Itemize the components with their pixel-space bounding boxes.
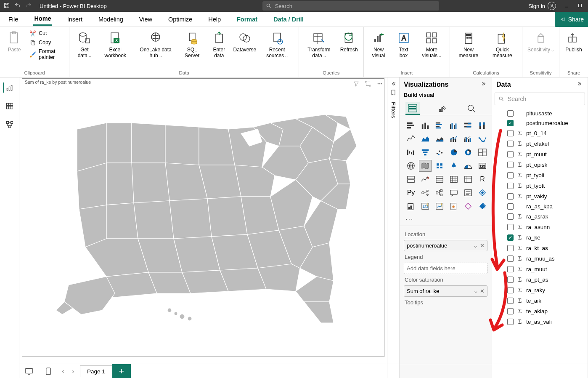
- get-more-visuals-icon[interactable]: [476, 200, 489, 212]
- pie-icon[interactable]: [448, 146, 460, 158]
- field-checkbox[interactable]: [507, 308, 514, 314]
- cut-button[interactable]: ✂️Cut: [28, 29, 66, 37]
- stacked-area-icon[interactable]: [433, 133, 446, 145]
- qa-visual-icon[interactable]: [448, 187, 460, 199]
- new-measure-button[interactable]: New measure: [453, 29, 484, 59]
- field-row-ra_as_kpa[interactable]: ra_as_kpa: [506, 202, 588, 211]
- tab-home[interactable]: Home: [33, 13, 52, 26]
- field-checkbox[interactable]: [507, 141, 514, 147]
- tab-file[interactable]: File: [8, 13, 19, 25]
- field-row-te_aik[interactable]: Σte_aik: [506, 295, 588, 306]
- field-checkbox[interactable]: [507, 245, 514, 251]
- field-row-ra_ke[interactable]: Σra_ke: [506, 232, 588, 243]
- r-visual-icon[interactable]: R: [476, 173, 489, 185]
- onelake-button[interactable]: OneLake data hub: [135, 29, 177, 59]
- analytics-tab[interactable]: [464, 102, 479, 115]
- field-checkbox[interactable]: [507, 193, 514, 200]
- enter-data-button[interactable]: Enter data: [207, 29, 230, 59]
- filters-pane-collapsed[interactable]: Filters: [387, 77, 400, 378]
- table-icon[interactable]: [448, 173, 460, 185]
- field-checkbox[interactable]: [507, 234, 514, 241]
- field-row-ra_kt_as[interactable]: Σra_kt_as: [506, 243, 588, 253]
- ribbon-chart-icon[interactable]: [476, 133, 489, 145]
- waterfall-icon[interactable]: [405, 146, 417, 158]
- area-chart-icon[interactable]: [419, 133, 432, 145]
- line-stacked-column-icon[interactable]: [448, 133, 460, 145]
- field-row-pt_tyott[interactable]: Σpt_tyott: [506, 181, 588, 191]
- sign-in-button[interactable]: Sign in: [528, 2, 556, 10]
- filter-icon[interactable]: [353, 80, 360, 89]
- tab-format[interactable]: Format: [236, 13, 258, 25]
- card-icon[interactable]: 123: [476, 160, 489, 172]
- app-source-icon[interactable]: [448, 200, 460, 212]
- matrix-icon[interactable]: [462, 173, 474, 185]
- excel-workbook-button[interactable]: XExcel workbook: [98, 29, 132, 59]
- multi-row-card-icon[interactable]: [405, 173, 417, 185]
- color-saturation-well[interactable]: Sum of ra_ke ⌵✕: [404, 285, 487, 297]
- transform-data-button[interactable]: Transform data: [302, 29, 336, 59]
- custom-visual-icon[interactable]: [462, 200, 474, 212]
- field-checkbox[interactable]: [507, 183, 514, 189]
- new-visual-button[interactable]: New visual: [367, 29, 390, 59]
- field-row-ra_raky[interactable]: Σra_raky: [506, 285, 588, 295]
- legend-well[interactable]: Add data fields here: [404, 263, 487, 274]
- field-checkbox[interactable]: [507, 110, 514, 117]
- chevron-down-icon[interactable]: ⌵: [474, 242, 477, 249]
- tab-insert[interactable]: Insert: [66, 13, 83, 25]
- 100-stacked-column-icon[interactable]: [476, 120, 489, 131]
- remove-field-icon[interactable]: ✕: [480, 288, 485, 294]
- map-icon[interactable]: [405, 160, 417, 172]
- page-tab-1[interactable]: Page 1: [80, 365, 112, 377]
- field-row-te_aklap[interactable]: Σte_aklap: [506, 306, 588, 317]
- field-checkbox[interactable]: [507, 213, 514, 220]
- field-row-ra_muut[interactable]: Σra_muut: [506, 264, 588, 274]
- next-page-button[interactable]: ›: [68, 367, 78, 375]
- more-options-icon[interactable]: [376, 80, 383, 89]
- slicer-icon[interactable]: [433, 173, 446, 185]
- field-row-te_as_vali[interactable]: Σte_as_vali: [506, 317, 588, 327]
- donut-icon[interactable]: [462, 146, 474, 158]
- field-row-pt_tyoll[interactable]: Σpt_tyoll: [506, 170, 588, 181]
- redo-icon[interactable]: [25, 2, 32, 10]
- field-checkbox[interactable]: [507, 130, 514, 136]
- field-checkbox[interactable]: [507, 203, 514, 210]
- refresh-button[interactable]: Refresh: [338, 29, 360, 53]
- minimize-button[interactable]: [564, 3, 569, 10]
- format-visual-tab[interactable]: [435, 102, 449, 115]
- text-box-button[interactable]: AText box: [393, 29, 415, 59]
- shape-map-icon[interactable]: [433, 160, 446, 172]
- model-view-button[interactable]: [4, 120, 16, 130]
- report-canvas[interactable]: Sum of ra_ke by postinumeroalue: [19, 77, 387, 378]
- undo-icon[interactable]: [14, 2, 21, 10]
- format-painter-button[interactable]: 🖌️Format painter: [28, 48, 66, 61]
- decomposition-tree-icon[interactable]: [433, 187, 446, 199]
- map-visual[interactable]: Sum of ra_ke by postinumeroalue: [22, 78, 384, 357]
- gauge-icon[interactable]: [462, 160, 474, 172]
- funnel-icon[interactable]: [419, 146, 432, 158]
- metrics-icon[interactable]: [433, 200, 446, 212]
- chevron-down-icon[interactable]: ⌵: [474, 288, 477, 294]
- treemap-icon[interactable]: [476, 146, 489, 158]
- field-checkbox[interactable]: [507, 151, 514, 157]
- publish-button[interactable]: Publish: [563, 29, 585, 53]
- report-view-button[interactable]: [3, 83, 15, 93]
- field-checkbox[interactable]: [507, 287, 514, 293]
- line-clustered-column-icon[interactable]: [462, 133, 474, 145]
- share-button[interactable]: Share: [555, 12, 588, 27]
- field-checkbox[interactable]: [507, 298, 514, 304]
- get-data-button[interactable]: Get data: [73, 29, 96, 59]
- more-visuals-ellipsis[interactable]: ···: [400, 215, 492, 226]
- clustered-column-icon[interactable]: [448, 120, 460, 131]
- field-checkbox[interactable]: [507, 319, 514, 325]
- line-chart-icon[interactable]: [405, 133, 417, 145]
- mobile-layout-icon[interactable]: [39, 367, 58, 375]
- field-checkbox[interactable]: [507, 120, 514, 126]
- field-checkbox[interactable]: [507, 266, 514, 272]
- data-search-input[interactable]: Search: [495, 93, 585, 105]
- quick-measure-button[interactable]: Quick measure: [486, 29, 519, 59]
- desktop-layout-icon[interactable]: [19, 367, 39, 375]
- focus-mode-icon[interactable]: [365, 80, 371, 89]
- field-row-ra_muu_as[interactable]: Σra_muu_as: [506, 253, 588, 264]
- field-row-ra_asrak[interactable]: Σra_asrak: [506, 211, 588, 222]
- field-row-ra_asunn[interactable]: Σra_asunn: [506, 222, 588, 232]
